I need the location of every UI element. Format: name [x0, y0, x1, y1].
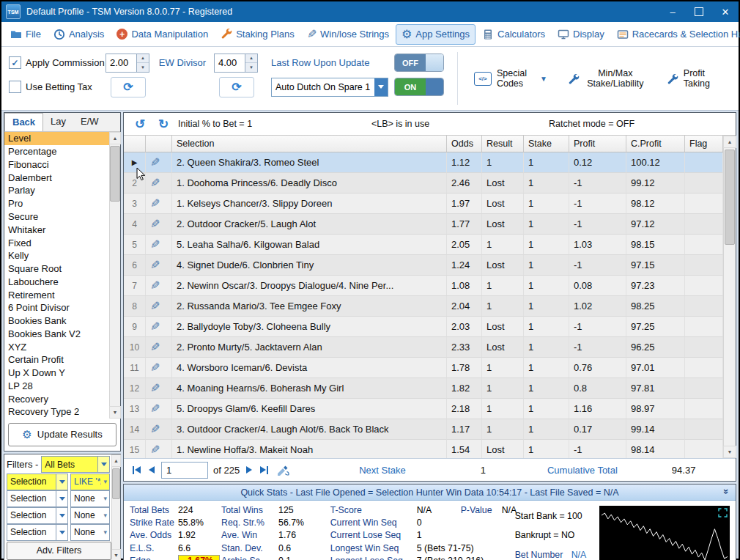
filter-field-select[interactable]: Selection — [7, 490, 68, 507]
redo-refresh-button[interactable]: ↻ — [155, 115, 172, 133]
commission-spinner[interactable]: 2.00 ▲▼ — [106, 54, 149, 73]
edit-cell[interactable]: ✎ — [146, 214, 172, 235]
table-row[interactable]: 2✎1. Doohoma Princess/6. Deadly Disco2.4… — [124, 173, 723, 194]
apply-commission-checkbox[interactable]: ✓ Apply Commission — [9, 56, 106, 69]
table-row[interactable]: 15✎1. Newline Hoffa/3. Makeit Noah1.54Lo… — [124, 440, 723, 458]
plan-item-pro[interactable]: Pro — [4, 197, 109, 210]
tab-lay[interactable]: Lay — [43, 113, 73, 131]
first-page-button[interactable] — [131, 466, 142, 474]
col-profit[interactable]: Profit — [569, 136, 626, 152]
plan-item-secure[interactable]: Secure — [4, 210, 109, 224]
menu-item-app-settings[interactable]: ⚙App Settings — [396, 24, 476, 45]
expand-chart-icon[interactable] — [718, 508, 728, 517]
scrollbar-thumb[interactable] — [110, 146, 119, 202]
profit-taking-button[interactable]: Profit Taking — [662, 51, 733, 106]
col-odds[interactable]: Odds — [447, 136, 482, 152]
plan-item-lp-28[interactable]: LP 28 — [4, 380, 109, 393]
plan-item-square-root[interactable]: Square Root — [4, 262, 109, 276]
undo-refresh-button[interactable]: ↺ — [131, 115, 149, 133]
plan-item-kelly[interactable]: Kelly — [4, 249, 109, 262]
edit-cell[interactable]: ✎ — [146, 152, 172, 173]
filter-field-select[interactable]: Selection — [7, 507, 68, 524]
plan-item-fixed[interactable]: Fixed — [4, 236, 109, 249]
page-input[interactable]: 1 — [161, 462, 208, 479]
table-row[interactable]: ▶✎2. Queen Shakira/3. Romeo Steel1.12110… — [124, 152, 723, 173]
table-row[interactable]: 11✎4. Worsboro Iceman/6. Devista1.78110.… — [124, 358, 723, 378]
filter-value-select[interactable]: None▾ — [70, 524, 110, 541]
plan-item-6-point-divisor[interactable]: 6 Point Divisor — [4, 301, 109, 314]
special-codes-button[interactable]: </> Special Codes ▼ — [470, 51, 552, 106]
ew-divisor-spinner[interactable]: 4.00 ▲▼ — [214, 54, 258, 73]
plan-item-level[interactable]: Level — [4, 132, 109, 145]
clear-brush-button[interactable] — [275, 464, 292, 476]
table-scrollbar[interactable]: ▲ ▼ — [723, 136, 736, 458]
menu-item-data-manipulation[interactable]: +Data Manipulation — [111, 24, 214, 45]
menu-item-win-lose-strings[interactable]: ✎Win/lose Strings — [301, 24, 395, 45]
plan-list-scrollbar[interactable]: ▲ ▼ — [109, 132, 120, 419]
scroll-up-icon[interactable]: ▲ — [109, 132, 121, 144]
edit-cell[interactable]: ✎ — [146, 235, 172, 255]
scroll-down-icon[interactable]: ▼ — [723, 446, 736, 458]
edit-cell[interactable]: ✎ — [146, 194, 172, 214]
table-row[interactable]: 14✎3. Outdoor Cracker/4. Laugh Alot/6. B… — [124, 419, 723, 440]
table-row[interactable]: 7✎2. Newinn Oscar/3. Droopys Dialogue/4.… — [124, 276, 723, 296]
next-page-button[interactable] — [245, 466, 254, 474]
scrollbar-thumb[interactable] — [112, 468, 120, 499]
filter-value-select[interactable]: LIKE '*/*'▾ — [70, 474, 110, 490]
plan-item-labouchere[interactable]: Labouchere — [4, 275, 109, 288]
plan-item-percentage[interactable]: Percentage — [4, 145, 109, 158]
plan-item-up-x-down-y[interactable]: Up X Down Y — [4, 366, 109, 380]
scroll-up-icon[interactable]: ▲ — [723, 136, 736, 148]
last-row-toggle[interactable]: OFF — [394, 54, 444, 72]
spin-up-icon[interactable]: ▲ — [245, 54, 257, 64]
edit-cell[interactable]: ✎ — [146, 296, 172, 317]
scroll-down-icon[interactable]: ▼ — [109, 406, 121, 419]
plan-item-dalembert[interactable]: Dalembert — [4, 171, 109, 184]
spin-up-icon[interactable]: ▲ — [137, 54, 149, 64]
menu-item-calculators[interactable]: Calculators — [476, 24, 551, 45]
plan-item-parlay[interactable]: Parlay — [4, 184, 109, 197]
col-cprofit[interactable]: C.Profit — [626, 136, 685, 152]
table-row[interactable]: 6✎4. Signet Dude/6. Clonbrien Tiny1.24Lo… — [124, 255, 723, 276]
edit-cell[interactable]: ✎ — [146, 358, 172, 378]
scroll-down-icon[interactable]: ▼ — [111, 549, 121, 560]
edit-cell[interactable]: ✎ — [146, 255, 172, 276]
edit-cell[interactable]: ✎ — [146, 419, 172, 440]
edit-cell[interactable]: ✎ — [146, 399, 172, 419]
minimize-button[interactable]: – — [659, 1, 686, 22]
plan-item-whitaker[interactable]: Whitaker — [4, 223, 109, 236]
maximize-button[interactable] — [686, 1, 712, 22]
filter-field-select[interactable]: Selection — [7, 474, 68, 490]
table-row[interactable]: 8✎2. Russanda Mario/3. Tee Emgee Foxy2.0… — [124, 296, 723, 317]
filters-scrollbar[interactable]: ▲ ▼ — [111, 454, 120, 560]
filter-value-select[interactable]: None▾ — [70, 507, 110, 524]
col-selection[interactable]: Selection — [172, 136, 447, 152]
table-row[interactable]: 12✎4. Moaning Hearns/6. Boherash My Girl… — [124, 378, 723, 399]
plan-item-xyz[interactable]: XYZ — [4, 340, 109, 353]
auto-dutch-select[interactable]: Auto Dutch On Spare 1 — [271, 78, 388, 97]
tab-e-w[interactable]: E/W — [73, 113, 106, 131]
filter-value-select[interactable]: None▾ — [70, 490, 110, 507]
menu-item-display[interactable]: Display — [552, 24, 610, 45]
plan-item-bookies-bank[interactable]: Bookies Bank — [4, 314, 109, 328]
table-row[interactable]: 9✎2. Ballydoyle Toby/3. Cloheena Bully2.… — [124, 317, 723, 337]
tab-back[interactable]: Back — [4, 113, 43, 131]
plan-item-fibonacci[interactable]: Fibonacci — [4, 158, 109, 172]
spin-down-icon[interactable]: ▼ — [245, 63, 257, 72]
plan-item-recovery[interactable]: Recovery — [4, 392, 109, 405]
collapse-chevron-icon[interactable]: » — [721, 489, 732, 494]
table-row[interactable]: 4✎2. Outdoor Cracker/5. Laugh Alot1.77Lo… — [124, 214, 723, 235]
edit-cell[interactable]: ✎ — [146, 337, 172, 358]
close-button[interactable]: ✕ — [712, 1, 739, 22]
edit-cell[interactable]: ✎ — [146, 317, 172, 337]
refresh-ew-button[interactable]: ⟳ — [219, 77, 254, 97]
menu-item-staking-plans[interactable]: Staking Plans — [215, 23, 300, 45]
filter-scope-select[interactable]: All Bets — [41, 456, 110, 473]
menu-item-analysis[interactable]: Analysis — [48, 24, 110, 45]
min-max-stake-liability-button[interactable]: Min/Max Stake/Liability — [563, 51, 651, 106]
refresh-commission-button[interactable]: ⟳ — [111, 77, 146, 97]
edit-cell[interactable]: ✎ — [146, 440, 172, 458]
plan-item-recovery-type-2[interactable]: Recovery Type 2 — [4, 405, 109, 419]
table-row[interactable]: 5✎5. Leaha Salha/6. Kilgowan Balad2.0511… — [124, 235, 723, 255]
plan-item-certain-profit[interactable]: Certain Profit — [4, 353, 109, 366]
